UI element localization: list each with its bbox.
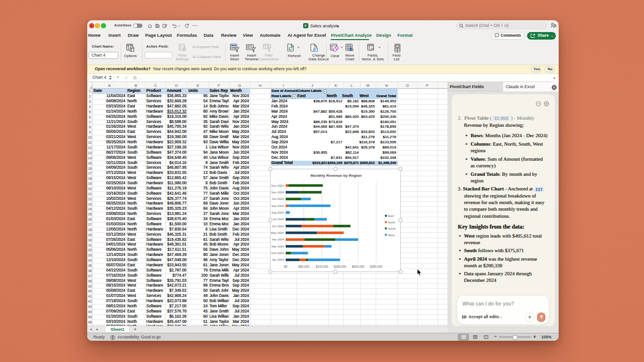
svg-text:South: South — [388, 227, 396, 230]
svg-text:North: North — [388, 221, 396, 224]
svg-text:Oct 2024: Oct 2024 — [272, 197, 284, 200]
svg-text:Sep 2024: Sep 2024 — [272, 204, 284, 207]
svg-text:Mar 2024: Mar 2024 — [272, 245, 284, 248]
svg-text:fx: fx — [371, 46, 374, 51]
svg-text:Jul 2024: Jul 2024 — [273, 217, 284, 221]
svg-text:Apr 2024: Apr 2024 — [272, 238, 284, 241]
svg-text:Nov 2024: Nov 2024 — [272, 190, 284, 194]
svg-text:Monthly Revenue by Region: Monthly Revenue by Region — [311, 173, 362, 178]
svg-text:$50,000: $50,000 — [298, 265, 309, 268]
svg-text:Feb 2024: Feb 2024 — [272, 251, 284, 255]
svg-text:$100,000: $100,000 — [316, 265, 329, 268]
svg-text:Aug 2024: Aug 2024 — [272, 211, 284, 214]
svg-text:$250,000: $250,000 — [370, 265, 383, 268]
svg-text:East: East — [388, 214, 394, 217]
svg-text:May 2024: May 2024 — [271, 231, 284, 234]
svg-text:$150,000: $150,000 — [334, 265, 347, 268]
svg-text:Jun 2024: Jun 2024 — [272, 224, 284, 228]
svg-text:Dec 2024: Dec 2024 — [272, 184, 284, 187]
svg-text:$0: $0 — [284, 265, 288, 268]
svg-text:$200,000: $200,000 — [352, 265, 364, 268]
svg-text:West: West — [388, 233, 395, 237]
svg-text:Jan 2024: Jan 2024 — [272, 258, 284, 261]
